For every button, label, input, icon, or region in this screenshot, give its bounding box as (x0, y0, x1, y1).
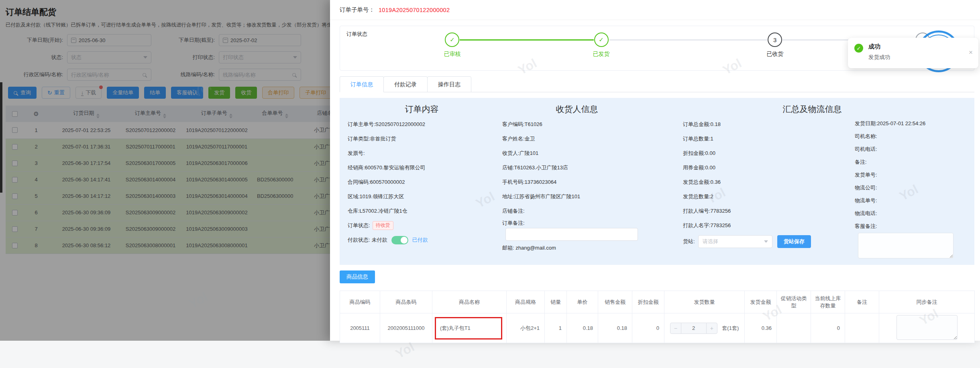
product-name: (套)丸子包T1 (440, 325, 471, 332)
order-info-panel: 订单内容 订单主单号:S2025070122000002 订单类型:非首批订货 … (340, 98, 974, 265)
minus-button[interactable]: − (670, 323, 681, 334)
product-spec: 小包2+1 (507, 313, 545, 343)
col-product-code: 商品编码 (340, 291, 380, 313)
section-title: 订单内容 (344, 101, 499, 117)
toast-message: 发货成功 (868, 54, 890, 61)
payment-off-label: 未付款 (372, 236, 387, 244)
payment-toggle[interactable] (391, 236, 408, 244)
quantity-stepper[interactable]: − 2 + (670, 323, 717, 334)
info-row: 折扣金额:0.00 (680, 146, 852, 161)
step-shipped: ✓ 已发货 (571, 33, 632, 58)
order-status-row: 订单状态: 待收货 (344, 218, 499, 233)
step-audited: ✓ 已审核 (422, 33, 482, 58)
info-row: 订单类型:非首批订货 (344, 132, 499, 146)
info-row: 物流电话: (852, 207, 970, 220)
info-row: 物流公司: (852, 181, 970, 194)
col-product-spec: 商品规格 (507, 291, 545, 313)
col-discount-amount: 折扣金额 (632, 291, 664, 313)
summary-left-column: 订单总金额:0.18 订单总数量:1 折扣金额:0.00 用券金额:0.00 发… (655, 117, 852, 261)
drawer-mask[interactable] (0, 0, 330, 341)
order-status-label: 订单状态: (348, 222, 370, 229)
info-row: 经销商:600570.黎安运输有限公司 (344, 161, 499, 175)
service-remark-label: 客服备注: (852, 220, 970, 233)
info-row: 客户编码:T61026 (499, 117, 655, 132)
info-row: 客户姓名:金卫 (499, 132, 655, 146)
remark (845, 313, 879, 343)
order-remark-input[interactable] (505, 228, 638, 241)
info-row: 用券金额:0.00 (680, 161, 852, 175)
step-number-icon: 3 (768, 33, 782, 47)
col-sales-amount: 销售金额 (598, 291, 632, 313)
station-label: 货站: (683, 238, 695, 245)
info-row: 区域:1019.领锋江苏大区 (344, 189, 499, 204)
sync-remark-cell (879, 313, 975, 343)
info-row: 发货总数量:2 (680, 189, 852, 204)
service-remark-textarea[interactable] (858, 233, 954, 258)
summary-logistics-section: 汇总及物流信息 订单总金额:0.18 订单总数量:1 折扣金额:0.00 用券金… (655, 101, 970, 261)
info-row: 备注: (852, 156, 970, 169)
station-save-button[interactable]: 货站保存 (777, 235, 811, 248)
info-row: 收货人:广陵101 (499, 146, 655, 161)
promo-type (777, 313, 811, 343)
sales-amount: 0.18 (598, 313, 632, 343)
col-promo-type: 促销活动类型 (777, 291, 811, 313)
info-row: 发票号: (344, 146, 499, 161)
col-online-stock: 当前线上库存数量 (811, 291, 845, 313)
status-badge: 待收货 (373, 221, 393, 230)
info-row: 物流单号: (852, 194, 970, 207)
info-row: 司机名称: (852, 130, 970, 143)
tab-payment-records[interactable]: 付款记录 (383, 76, 428, 92)
online-stock: 0 (811, 313, 845, 343)
info-row: 司机电话: (852, 143, 970, 156)
info-row: 订单主单号:S2025070122000002 (344, 117, 499, 132)
order-content-section: 订单内容 订单主单号:S2025070122000002 订单类型:非首批订货 … (344, 101, 499, 261)
payment-status-row: 付款状态: 未付款 已付款 (344, 233, 499, 247)
ship-qty-value[interactable]: 2 (681, 323, 706, 334)
product-barcode: 2002005111000 (380, 313, 432, 343)
payment-on-label: 已付款 (412, 236, 428, 244)
sales-qty: 1 (545, 313, 567, 343)
section-title: 收货人信息 (499, 101, 655, 117)
success-check-icon: ✓ (854, 44, 863, 53)
tab-operation-log[interactable]: 操作日志 (427, 76, 471, 92)
plus-button[interactable]: + (706, 323, 717, 334)
product-row: 2005111 2002005111000 (套)丸子包T1 小包2+1 1 0… (340, 313, 975, 343)
info-row: 地址:江苏省扬州市广陵区广陵101 (499, 189, 655, 204)
logistics-column: 发货日期:2025-07-01 22:54:26 司机名称: 司机电话: 备注:… (852, 117, 970, 261)
chevron-down-icon (764, 240, 768, 243)
product-info-button[interactable]: 商品信息 (340, 270, 375, 283)
col-sales-qty: 销量 (545, 291, 567, 313)
ship-qty-cell: − 2 + 套(1套) (664, 313, 745, 343)
product-table-header: 商品编码 商品条码 商品名称 商品规格 销量 单价 销售金额 折扣金额 发货数量… (340, 291, 975, 313)
page-footer-area (0, 341, 980, 368)
toast-title: 成功 (868, 43, 890, 51)
station-placeholder: 请选择 (703, 238, 764, 245)
check-circle-icon: ✓ (445, 33, 459, 47)
highlight-annotation-box: (套)丸子包T1 (435, 317, 502, 340)
unit-price: 0.18 (567, 313, 598, 343)
section-title: 汇总及物流信息 (655, 101, 970, 117)
info-row: 手机号码:13736023064 (499, 175, 655, 189)
product-name-cell: (套)丸子包T1 (432, 313, 507, 343)
info-row: 仓库:L57002.冷链广陵1仓 (344, 204, 499, 218)
step-received: 3 已收货 (745, 33, 805, 58)
step-connector (609, 39, 768, 41)
info-row: 发货总金额:0.36 (680, 175, 852, 189)
col-sync-remark: 同步备注 (879, 291, 975, 313)
discount-amount: 0 (632, 313, 664, 343)
col-ship-amount: 发货金额 (745, 291, 777, 313)
station-row: 货站: 请选择 货站保存 (680, 233, 852, 250)
tab-order-info[interactable]: 订单信息 (340, 76, 384, 92)
close-icon[interactable]: × (969, 49, 973, 56)
sub-order-no-value: 1019A2025070122000002 (379, 7, 450, 13)
station-select[interactable]: 请选择 (698, 235, 772, 248)
info-row: 订单总数量:1 (680, 132, 852, 146)
sub-order-no-label: 订单子单号： (340, 6, 375, 14)
col-remark: 备注 (845, 291, 879, 313)
sync-remark-textarea[interactable] (896, 315, 958, 340)
info-row: 发货单号: (852, 169, 970, 181)
step-connector-done (460, 39, 593, 41)
email-row: 邮箱: zhang@mail.com (499, 241, 655, 255)
col-product-name: 商品名称 (432, 291, 507, 313)
col-unit-price: 单价 (567, 291, 598, 313)
